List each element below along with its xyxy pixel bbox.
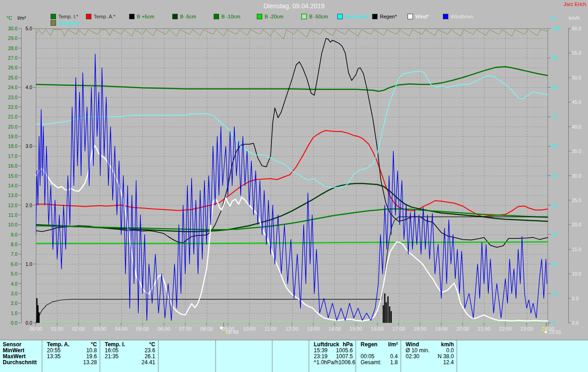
- axis-label: 10.0: [8, 222, 18, 227]
- table-cell-row: 13.28: [42, 360, 100, 366]
- axis-label: 15.0: [572, 247, 582, 252]
- axis-label: 11:00: [265, 326, 277, 332]
- legend-swatch-icon: [337, 14, 343, 19]
- axis-label: 25.0: [572, 197, 582, 203]
- cell-value: 1.8: [390, 360, 401, 366]
- cell-time: 13:35: [42, 354, 61, 360]
- cell-time: 02:30: [401, 354, 419, 360]
- axis-label: 16.0: [8, 163, 18, 169]
- cell-value: 23.6: [145, 348, 158, 354]
- axis-label: 11.0: [8, 212, 17, 218]
- cell-value: 13.28: [83, 360, 100, 366]
- axis-label: 90: [552, 55, 557, 61]
- cell-value: [213, 360, 215, 366]
- axis-label: 18:00: [413, 326, 426, 332]
- cell-time: Luftdruck: [309, 342, 339, 348]
- table-col-temp-i-: Temp. I.°C16:0523.621:3526.124.41: [100, 340, 158, 372]
- axis-label: 06:00: [158, 326, 170, 332]
- cell-time: [272, 360, 277, 366]
- table-cell-row: 13:3519.6: [42, 354, 100, 360]
- cell-time: [158, 354, 163, 360]
- table-col-luftdruck: LuftdruckhPa15:391005.623:191007.5^1.0hP…: [309, 340, 356, 372]
- axis-label: 07:00: [179, 326, 192, 332]
- table-cell-row: Temp. I.°C: [100, 342, 158, 348]
- legend-item-feuchte-a-: Feuchte A.*: [337, 14, 371, 19]
- axis-label: 100: [552, 26, 560, 31]
- cell-time: [272, 354, 277, 360]
- cell-value: [306, 348, 309, 354]
- cell-value: 1006.6: [339, 360, 356, 366]
- table-cell-row: [272, 360, 309, 366]
- axis-label: 16:00: [371, 326, 384, 332]
- axis-label: 50.0: [572, 75, 582, 80]
- axis-label: 14:00: [328, 326, 341, 332]
- cell-value: [306, 360, 309, 366]
- table-cell-row: 12.4: [401, 360, 457, 366]
- cell-value: 12.4: [443, 360, 457, 366]
- cell-time: [42, 360, 47, 366]
- weather-chart-window: Dienstag, 09.04.2019 Jarz Erich °C l/m² …: [0, 0, 588, 372]
- table-cell-row: 00:050.4: [356, 354, 401, 360]
- cell-value: [269, 354, 272, 360]
- table-cell-row: Temp. A.°C: [42, 342, 100, 348]
- cell-time: 16:05: [100, 348, 119, 354]
- cell-time: 23:19: [309, 354, 328, 360]
- cell-time: Ø 10 min.: [401, 348, 430, 354]
- cell-time: [457, 342, 462, 348]
- axis-label: 19.0: [8, 134, 18, 139]
- axis-label: 60: [552, 143, 557, 149]
- legend-swatch-icon: [443, 14, 448, 19]
- cell-time: 15:39: [309, 348, 328, 354]
- table-cell-row: [158, 348, 215, 354]
- axis-label: 04:00: [115, 326, 128, 332]
- axis-label: 02:00: [72, 326, 85, 332]
- table-cell-row: [216, 354, 272, 360]
- cell-time: [216, 342, 220, 348]
- axis-label: 3.0: [11, 291, 17, 296]
- cell-time: ^1.0hPa/h: [309, 360, 339, 366]
- axis-label: 0.0: [572, 320, 579, 326]
- cell-value: [269, 348, 272, 354]
- table-col-empty-8: [457, 340, 588, 372]
- row-header: Sensor: [0, 342, 42, 348]
- table-cell-row: [158, 342, 215, 348]
- axis-label: 22.0: [8, 104, 18, 110]
- cell-value: km/h: [441, 342, 457, 348]
- cell-value: °C: [149, 342, 158, 348]
- axis-label: 14.0: [8, 183, 18, 188]
- legend-swatch-icon: [407, 14, 413, 19]
- table-cell-row: [457, 360, 588, 366]
- axis-label: 10: [552, 291, 557, 296]
- table-cell-row: Regenl/m²: [356, 342, 401, 348]
- axis-label: 45.0: [572, 99, 582, 105]
- table-cell-row: 16:0523.6: [100, 348, 158, 354]
- table-row-headers: SensorMinWertMaxWertDurchschnitt: [0, 340, 42, 372]
- axis-label: 4.0: [11, 281, 17, 287]
- axis-label: 29.0: [8, 35, 18, 41]
- table-col-regen: Regenl/m²00:050.4Gesamt:1.8: [356, 340, 401, 372]
- axis-label: 0.0: [11, 320, 17, 326]
- table-cell-row: Gesamt:1.8: [356, 360, 401, 366]
- axis-label: 08:48: [226, 329, 239, 335]
- axis-label: 15.0: [8, 173, 18, 179]
- axis-label: 0: [552, 320, 554, 326]
- cell-value: [213, 348, 215, 354]
- legend-label: B -50cm: [309, 14, 328, 19]
- axis-label: 20: [552, 261, 557, 267]
- cell-time: Regen: [356, 342, 378, 348]
- table-col-temp-a-: Temp. A.°C20:5510.813:3519.613.28: [42, 340, 100, 372]
- axis-label: 01:00: [51, 326, 64, 332]
- plot-background: [36, 28, 548, 323]
- legend-item-b-10cm: B -10cm: [214, 14, 240, 19]
- axis-label: 24.0: [8, 85, 18, 90]
- table-cell-row: [272, 348, 309, 354]
- cell-value: 26.1: [145, 354, 158, 360]
- table-cell-row: 24.41: [100, 360, 158, 366]
- table-cell-row: LuftdruckhPa: [309, 342, 356, 348]
- cell-value: N 38.0: [438, 354, 457, 360]
- legend-swatch-icon: [214, 14, 219, 19]
- table-col-empty-2: [158, 340, 216, 372]
- cell-value: [398, 348, 401, 354]
- cell-time: Temp. A.: [42, 342, 69, 348]
- cell-time: Gesamt:: [356, 360, 381, 366]
